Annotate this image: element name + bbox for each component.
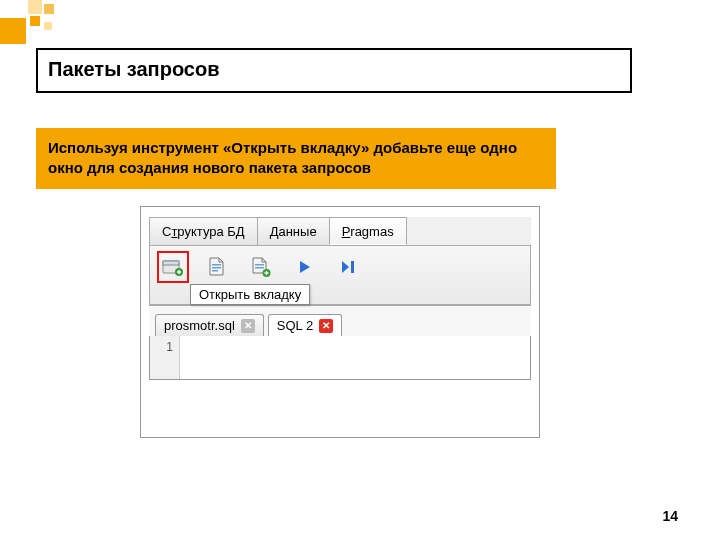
instruction-text: Используя инструмент «Открыть вкладку» д… [36,128,556,189]
slide-decor [0,0,100,50]
page-number: 14 [662,508,678,524]
run-button[interactable] [292,254,318,280]
run-last-button[interactable] [336,254,362,280]
main-tabstrip: Структура БД Данные Pragmas [149,217,531,245]
tab-data[interactable]: Данные [257,217,330,245]
tab-pragmas[interactable]: Pragmas [329,217,407,245]
open-tab-button[interactable] [160,254,186,280]
tab-structure[interactable]: Структура БД [149,217,258,245]
svg-rect-4 [212,267,221,269]
svg-rect-5 [212,270,218,272]
chapter-title: Пакеты запросов [36,48,632,93]
close-icon[interactable]: ✕ [241,319,255,333]
svg-rect-9 [351,261,354,273]
file-tab-prosmotr[interactable]: prosmotr.sql ✕ [155,314,264,336]
svg-rect-6 [255,264,264,266]
close-icon[interactable]: ✕ [319,319,333,333]
open-tab-tooltip: Открыть вкладку [190,284,310,305]
svg-rect-7 [255,267,264,269]
file-tabstrip: prosmotr.sql ✕ SQL 2 ✕ [149,305,531,336]
editor-code-area[interactable] [180,336,530,379]
file-tab-sql2[interactable]: SQL 2 ✕ [268,314,342,336]
file-tab-label: SQL 2 [277,318,313,333]
svg-rect-3 [212,264,221,266]
open-file-button[interactable] [204,254,230,280]
app-screenshot: Структура БД Данные Pragmas [140,206,540,438]
sql-editor[interactable]: 1 [149,336,531,380]
save-file-button[interactable] [248,254,274,280]
sql-toolbar [160,254,520,280]
file-tab-label: prosmotr.sql [164,318,235,333]
editor-gutter: 1 [150,336,180,379]
svg-rect-1 [163,261,179,265]
